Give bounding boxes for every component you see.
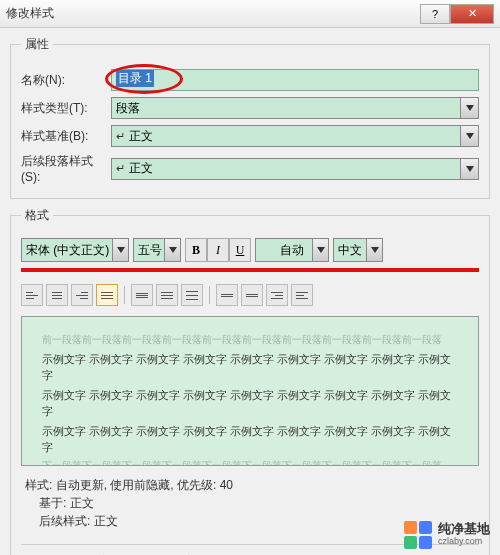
indent-inc-button[interactable] (291, 284, 313, 306)
space-before-inc-button[interactable] (216, 284, 238, 306)
close-button[interactable]: ✕ (450, 4, 494, 24)
separator (209, 286, 210, 304)
type-label: 样式类型(T): (21, 100, 111, 117)
watermark-text: 纯净基地 (438, 522, 490, 535)
dialog-body: 属性 名称(N): 目录 1 样式类型(T): 段落 样式基准(B): (0, 28, 500, 555)
line-spacing-1-button[interactable] (131, 284, 153, 306)
size-select[interactable]: 五号 (133, 238, 181, 262)
name-row: 名称(N): 目录 1 (21, 69, 479, 91)
align-justify-button[interactable] (96, 284, 118, 306)
name-value: 目录 1 (116, 70, 154, 87)
underline-button[interactable]: U (229, 238, 251, 262)
paragraph-icon: ↵ (116, 130, 125, 143)
lang-value: 中文 (338, 242, 362, 259)
name-label: 名称(N): (21, 72, 111, 89)
name-input[interactable]: 目录 1 (111, 69, 479, 91)
watermark-icon (404, 521, 432, 549)
annotation-underline (21, 268, 479, 272)
properties-legend: 属性 (21, 36, 53, 53)
watermark: 纯净基地 czlaby.com (404, 521, 490, 549)
paragraph-toolbar (21, 280, 479, 316)
font-toolbar: 宋体 (中文正文) 五号 B I U 自动 中文 (21, 234, 479, 266)
chevron-down-icon (312, 239, 328, 261)
lang-select[interactable]: 中文 (333, 238, 383, 262)
chevron-down-icon (112, 239, 128, 261)
align-center-button[interactable] (46, 284, 68, 306)
chevron-down-icon (460, 159, 478, 179)
titlebar-buttons: ? ✕ (420, 4, 494, 24)
align-right-button[interactable] (71, 284, 93, 306)
follow-row: 后续段落样式(S): ↵ 正文 (21, 153, 479, 184)
font-select[interactable]: 宋体 (中文正文) (21, 238, 129, 262)
format-legend: 格式 (21, 207, 53, 224)
titlebar: 修改样式 ? ✕ (0, 0, 500, 28)
preview-prev-para: 前一段落前一段落前一段落前一段落前一段落前一段落前一段落前一段落前一段落前一段落 (42, 333, 458, 347)
paragraph-icon: ↵ (116, 162, 125, 175)
size-value: 五号 (138, 242, 162, 259)
watermark-url: czlaby.com (438, 535, 490, 548)
chevron-down-icon (460, 98, 478, 118)
space-before-dec-button[interactable] (241, 284, 263, 306)
font-value: 宋体 (中文正文) (26, 242, 109, 259)
chevron-down-icon (164, 239, 180, 261)
preview-sample: 示例文字 示例文字 示例文字 示例文字 示例文字 示例文字 示例文字 示例文字 … (42, 423, 458, 455)
separator (124, 286, 125, 304)
bold-button[interactable]: B (185, 238, 207, 262)
indent-dec-button[interactable] (266, 284, 288, 306)
base-value: 正文 (129, 128, 153, 145)
line-spacing-15-button[interactable] (156, 284, 178, 306)
type-select[interactable]: 段落 (111, 97, 479, 119)
help-button[interactable]: ? (420, 4, 450, 24)
dialog-title: 修改样式 (6, 5, 420, 22)
chevron-down-icon (366, 239, 382, 261)
follow-value: 正文 (129, 160, 153, 177)
desc-line: 基于: 正文 (25, 494, 475, 512)
type-row: 样式类型(T): 段落 (21, 97, 479, 119)
desc-line: 样式: 自动更新, 使用前隐藏, 优先级: 40 (25, 476, 475, 494)
line-spacing-2-button[interactable] (181, 284, 203, 306)
type-value: 段落 (116, 100, 140, 117)
preview-next-para: 下一段落下一段落下一段落下一段落下一段落下一段落下一段落下一段落下一段落下一段落 (42, 459, 458, 466)
properties-group: 属性 名称(N): 目录 1 样式类型(T): 段落 样式基准(B): (10, 36, 490, 199)
preview-sample: 示例文字 示例文字 示例文字 示例文字 示例文字 示例文字 示例文字 示例文字 … (42, 351, 458, 383)
base-row: 样式基准(B): ↵ 正文 (21, 125, 479, 147)
chevron-down-icon (460, 126, 478, 146)
base-select[interactable]: ↵ 正文 (111, 125, 479, 147)
align-left-button[interactable] (21, 284, 43, 306)
format-group: 格式 宋体 (中文正文) 五号 B I U 自动 中文 (10, 207, 490, 555)
italic-button[interactable]: I (207, 238, 229, 262)
follow-label: 后续段落样式(S): (21, 153, 111, 184)
color-value: 自动 (280, 242, 304, 259)
preview-pane: 前一段落前一段落前一段落前一段落前一段落前一段落前一段落前一段落前一段落前一段落… (21, 316, 479, 466)
base-label: 样式基准(B): (21, 128, 111, 145)
bold-italic-underline: B I U (185, 238, 251, 262)
preview-sample: 示例文字 示例文字 示例文字 示例文字 示例文字 示例文字 示例文字 示例文字 … (42, 387, 458, 419)
color-select[interactable]: 自动 (255, 238, 329, 262)
follow-select[interactable]: ↵ 正文 (111, 158, 479, 180)
